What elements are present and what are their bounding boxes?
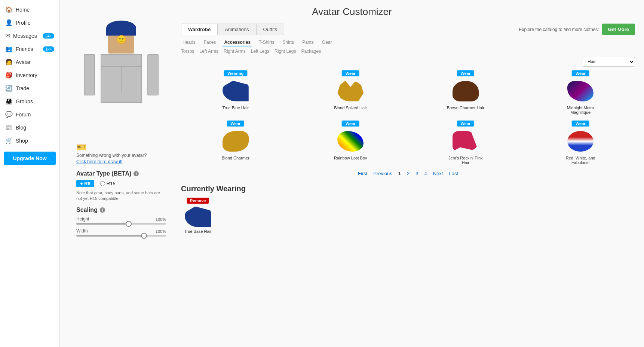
page-4[interactable]: 4 (423, 170, 429, 177)
sidebar-item-inventory[interactable]: 🎒 Inventory (0, 69, 59, 82)
item-card-8: Wear Red, White, and Fabulous! (526, 121, 635, 165)
item-img-wrap-2: Wear (330, 70, 371, 104)
home-icon: 🏠 (5, 6, 13, 13)
height-slider-row: Height 100% (76, 216, 166, 225)
sidebar-item-friends[interactable]: 👥 Friends 1k+ (0, 42, 59, 55)
cat-pants[interactable]: Pants (301, 39, 315, 46)
scaling-info-icon[interactable]: i (100, 207, 105, 213)
sidebar-item-trade[interactable]: 🔄 Trade (0, 82, 59, 95)
item-name-2: Blond Spiked Hair (334, 106, 367, 110)
sub-cat-torsos[interactable]: Torsos (181, 49, 194, 54)
hair-dropdown[interactable]: Hair Hat Face Accessory Neck Shoulder Fr… (583, 57, 635, 67)
cat-shirts[interactable]: Shirts (281, 39, 295, 46)
item-card-4: Wear Midnight Motor Magnifique (526, 70, 635, 115)
trade-icon: 🔄 (5, 85, 13, 92)
wearing-grid: Remove True Base Hair (181, 198, 635, 234)
item-img-wrap-5: Wear (215, 121, 256, 154)
redraw-icon: 🎫 (76, 143, 86, 152)
sub-cat-right-legs[interactable]: Right Legs (275, 49, 296, 54)
avatar-icon: 🧑 (5, 58, 13, 66)
radio-r15[interactable]: R15 (100, 180, 116, 187)
sub-cat-right-arms[interactable]: Right Arms (224, 49, 246, 54)
inventory-icon: 🎒 (5, 71, 13, 79)
catalog-link: Explore the catalog to find more clothes… (519, 24, 635, 35)
dropdown-row: Hair Hat Face Accessory Neck Shoulder Fr… (181, 57, 635, 67)
page-2[interactable]: 2 (405, 170, 411, 177)
catalog-text: Explore the catalog to find more clothes… (519, 27, 599, 32)
avatar-type-info-icon[interactable]: i (134, 171, 139, 176)
hair-item-7[interactable] (453, 131, 479, 152)
avatar-figure: 😐 (84, 27, 159, 136)
width-slider-row: Width 100% (76, 228, 166, 237)
hair-item-5[interactable] (223, 131, 249, 152)
currently-wearing-title: Currently Wearing (181, 185, 635, 193)
sidebar-item-label: Groups (16, 98, 33, 104)
scaling-heading: Scaling i (76, 207, 166, 213)
sub-cat-left-legs[interactable]: Left Legs (251, 49, 269, 54)
messages-icon: ✉ (5, 32, 10, 39)
width-track: 100% (76, 235, 166, 237)
sidebar-item-shop[interactable]: 🛒 Shop (0, 134, 59, 147)
height-thumb[interactable] (126, 221, 132, 227)
width-thumb[interactable] (141, 233, 147, 239)
avatar-type-note: Note that gear, body parts, and some hat… (76, 190, 166, 202)
sub-cat-left-arms[interactable]: Left Arms (199, 49, 218, 54)
r15-radio[interactable] (100, 181, 105, 186)
redraw-link[interactable]: Click here to re-draw it! (76, 159, 122, 164)
avatar-hair (106, 21, 136, 36)
hair-item-8[interactable] (567, 131, 594, 152)
wearing-item-name-1: True Base Hair (184, 229, 212, 234)
page-next[interactable]: Next (432, 170, 445, 177)
sidebar-item-blog[interactable]: 📰 Blog (0, 121, 59, 134)
item-name-7: Jem's Rockin' Pink Hair (445, 156, 486, 165)
cat-tshirts[interactable]: T-Shirts (257, 39, 276, 46)
page-1[interactable]: 1 (397, 170, 402, 177)
page-last[interactable]: Last (447, 170, 460, 177)
sidebar-item-avatar[interactable]: 🧑 Avatar (0, 55, 59, 69)
cat-accessories[interactable]: Accessories (223, 39, 252, 46)
height-value: 100% (156, 217, 166, 222)
remove-button-1[interactable]: Remove (187, 198, 209, 204)
radio-r6[interactable]: + R6 (76, 180, 94, 187)
tab-wardrobe[interactable]: Wardrobe (181, 24, 218, 35)
sidebar-item-profile[interactable]: 👤 Profile (0, 16, 59, 29)
sidebar-item-home[interactable]: 🏠 Home (0, 3, 59, 16)
cat-gear[interactable]: Gear (321, 39, 334, 46)
height-fill (76, 223, 130, 225)
item-card-1: Wearing True Blue Hair (181, 70, 290, 115)
shop-icon: 🛒 (5, 137, 13, 144)
redraw-text: Something wrong with your avatar? Click … (76, 152, 166, 165)
item-badge-8: Wear (572, 121, 589, 127)
sub-cat-packages[interactable]: Packages (301, 49, 321, 54)
item-img-wrap-7: Wear (445, 121, 486, 154)
get-more-button[interactable]: Get More (602, 24, 635, 35)
item-card-6: Wear Rainbow Lost Boy (296, 121, 405, 165)
item-card-3: Wear Brown Charmer Hair (411, 70, 520, 115)
page-first[interactable]: First (356, 170, 369, 177)
hair-item-4[interactable] (567, 81, 594, 101)
sidebar-item-groups[interactable]: 👨‍👩‍👧 Groups (0, 95, 59, 108)
item-name-8: Red, White, and Fabulous! (560, 156, 601, 165)
upgrade-button[interactable]: Upgrade Now (4, 152, 56, 165)
page-title: Avatar Customizer (69, 6, 635, 18)
cat-heads[interactable]: Heads (181, 39, 197, 46)
item-img-wrap-1: Wearing (215, 70, 256, 104)
sidebar-item-label: Profile (16, 20, 31, 26)
page-3[interactable]: 3 (414, 170, 420, 177)
page-previous[interactable]: Previous (372, 170, 394, 177)
hair-item-1[interactable] (223, 81, 249, 101)
tab-outfits[interactable]: Outfits (256, 24, 285, 35)
scaling-section: Scaling i Height 100% Width (76, 207, 166, 240)
tab-animations[interactable]: Animations (218, 24, 256, 35)
hair-item-3[interactable] (453, 81, 479, 101)
hair-item-6[interactable] (337, 131, 364, 152)
right-panel: Wardrobe Animations Outfits Explore the … (181, 24, 635, 240)
tab-group: Wardrobe Animations Outfits (181, 24, 284, 35)
cat-faces[interactable]: Faces (202, 39, 218, 46)
hair-item-2[interactable] (337, 81, 364, 101)
messages-badge: 14+ (43, 33, 54, 39)
wearing-hair-1 (185, 207, 211, 227)
sidebar-item-forum[interactable]: 💬 Forum (0, 108, 59, 121)
item-name-6: Rainbow Lost Boy (334, 156, 367, 160)
sidebar-item-messages[interactable]: ✉ Messages 14+ (0, 29, 59, 42)
